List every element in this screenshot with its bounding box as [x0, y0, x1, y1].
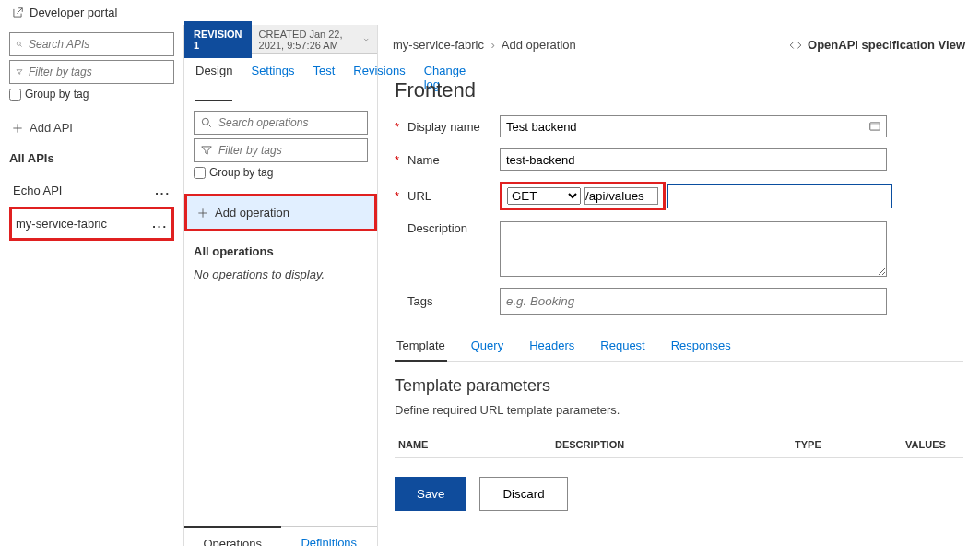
search-operations-field[interactable]	[218, 116, 361, 129]
tags-input[interactable]	[500, 288, 887, 315]
main-tabs: Design Settings Test Revisions Change lo…	[184, 54, 377, 101]
frontend-form: Frontend * Display name * Name * URL	[378, 65, 980, 524]
api-item-echo[interactable]: Echo API ...	[9, 174, 174, 207]
operations-footer-tabs: Operations Definitions	[184, 526, 377, 546]
search-apis-field[interactable]	[29, 38, 168, 51]
group-by-tag-label: Group by tag	[25, 88, 89, 101]
created-label: CREATED Jan 22, 2021, 9:57:26 AM	[259, 29, 359, 51]
breadcrumb-separator: ›	[491, 38, 495, 52]
discard-button[interactable]: Discard	[479, 477, 567, 511]
action-buttons: Save Discard	[395, 477, 963, 511]
name-input[interactable]	[500, 148, 887, 171]
filter-tags-field[interactable]	[29, 65, 168, 78]
api-item-my-service-fabric[interactable]: my-service-fabric ...	[9, 207, 174, 241]
filter-icon	[16, 65, 23, 78]
filter-operations-input[interactable]	[194, 138, 368, 162]
revision-badge: REVISION 1	[184, 21, 252, 58]
developer-portal-link[interactable]: Developer portal	[0, 0, 980, 25]
detail-panel: my-service-fabric › Add operation OpenAP…	[378, 25, 980, 546]
tab-settings[interactable]: Settings	[251, 64, 294, 91]
search-icon	[200, 116, 213, 129]
add-operation-button[interactable]: Add operation	[184, 194, 377, 231]
group-ops-by-tag-label: Group by tag	[209, 166, 273, 179]
svg-rect-2	[870, 123, 880, 130]
required-marker: *	[395, 189, 407, 203]
col-type: TYPE	[795, 439, 850, 450]
created-text: CREATED Jan 22, 2021, 9:57:26 AM	[252, 29, 377, 51]
required-marker: *	[395, 120, 407, 134]
add-operation-label: Add operation	[215, 206, 289, 220]
subtab-responses[interactable]: Responses	[669, 331, 733, 361]
url-path-input[interactable]	[584, 187, 658, 205]
breadcrumb-api[interactable]: my-service-fabric	[393, 38, 484, 52]
all-apis-title: All APIs	[9, 151, 174, 165]
all-operations-title: All operations	[194, 244, 368, 258]
chevron-down-icon[interactable]	[362, 33, 370, 46]
filter-icon	[200, 144, 213, 157]
api-item-label: Echo API	[13, 184, 62, 197]
display-name-label: Display name	[407, 120, 500, 134]
url-rest-input[interactable]	[667, 184, 892, 208]
group-ops-by-tag-checkbox[interactable]: Group by tag	[194, 166, 368, 179]
save-button[interactable]: Save	[395, 477, 466, 511]
search-operations-input[interactable]	[194, 111, 368, 135]
code-icon	[789, 39, 802, 52]
subtab-headers[interactable]: Headers	[527, 331, 576, 361]
col-desc: DESCRIPTION	[555, 439, 739, 450]
url-group-highlight: GET	[500, 182, 666, 210]
sidebar-apis: Group by tag Add API All APIs Echo API .…	[0, 25, 184, 546]
description-label: Description	[407, 221, 500, 235]
filter-tags-input[interactable]	[9, 60, 174, 84]
template-params-desc: Define required URL template parameters.	[395, 403, 963, 417]
breadcrumb-current: Add operation	[502, 38, 576, 52]
col-name: NAME	[398, 439, 500, 450]
svg-point-0	[17, 42, 20, 45]
tab-test[interactable]: Test	[313, 64, 335, 91]
subtab-template[interactable]: Template	[395, 331, 447, 362]
subtab-query[interactable]: Query	[469, 331, 505, 361]
developer-portal-label: Developer portal	[30, 6, 117, 19]
name-label: Name	[407, 153, 500, 167]
required-marker: *	[395, 153, 407, 167]
api-item-label: my-service-fabric	[16, 217, 107, 231]
more-icon[interactable]: ...	[155, 184, 171, 197]
add-api-label: Add API	[30, 121, 73, 135]
search-icon	[16, 38, 23, 51]
search-apis-input[interactable]	[9, 32, 174, 56]
url-label: URL	[407, 189, 500, 203]
description-textarea[interactable]	[500, 221, 887, 277]
template-params-header: NAME DESCRIPTION TYPE VALUES	[395, 432, 963, 458]
more-icon[interactable]: ...	[152, 217, 168, 231]
footer-tab-definitions[interactable]: Definitions	[281, 527, 378, 546]
plus-icon	[196, 207, 209, 220]
template-params-title: Template parameters	[395, 376, 963, 396]
no-operations-msg: No operations to display.	[194, 267, 368, 281]
filter-operations-field[interactable]	[218, 144, 361, 157]
openapi-spec-label: OpenAPI specification View	[808, 38, 965, 52]
frontend-subtabs: Template Query Headers Request Responses	[395, 326, 963, 362]
group-by-tag-checkbox[interactable]: Group by tag	[9, 88, 174, 101]
card-icon	[868, 120, 881, 133]
external-link-icon	[11, 6, 24, 19]
form-title: Frontend	[395, 78, 963, 102]
subtab-request[interactable]: Request	[598, 331, 646, 361]
plus-icon	[11, 122, 24, 135]
tab-design[interactable]: Design	[195, 64, 232, 101]
breadcrumb-row: my-service-fabric › Add operation OpenAP…	[378, 25, 980, 65]
operations-panel: REVISION 1 CREATED Jan 22, 2021, 9:57:26…	[184, 25, 378, 546]
display-name-input[interactable]	[500, 115, 887, 137]
breadcrumb: my-service-fabric › Add operation	[393, 38, 576, 52]
url-method-select[interactable]: GET	[507, 187, 581, 205]
group-by-tag-input[interactable]	[9, 89, 21, 101]
add-api-button[interactable]: Add API	[9, 115, 174, 140]
svg-point-1	[202, 118, 208, 125]
col-values: VALUES	[905, 439, 946, 450]
openapi-spec-link[interactable]: OpenAPI specification View	[789, 38, 965, 52]
operations-body: Group by tag Add operation All operation…	[184, 101, 377, 526]
group-ops-by-tag-input[interactable]	[194, 167, 206, 179]
tags-label: Tags	[407, 294, 500, 308]
footer-tab-operations[interactable]: Operations	[184, 526, 281, 546]
revision-bar: REVISION 1 CREATED Jan 22, 2021, 9:57:26…	[184, 25, 377, 54]
